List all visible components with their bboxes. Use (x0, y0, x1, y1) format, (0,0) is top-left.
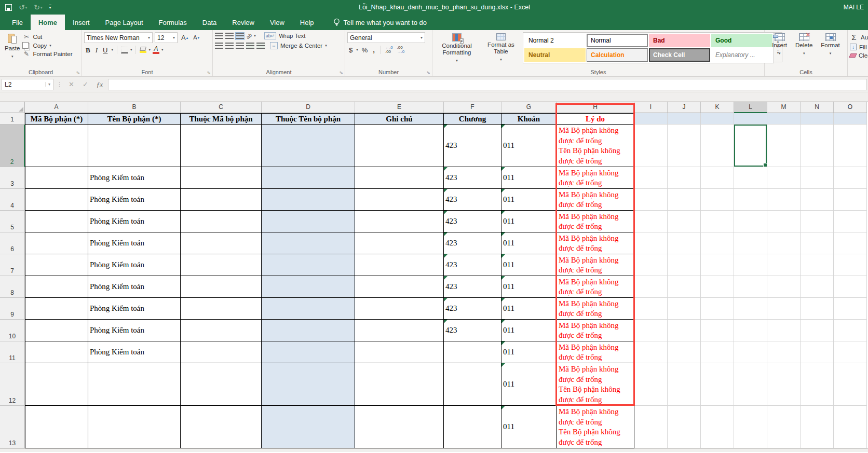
cell-M3[interactable] (767, 167, 801, 189)
name-box-dropdown-icon[interactable]: ▾ (45, 82, 50, 87)
cell-D12[interactable] (262, 363, 355, 406)
cell-B3[interactable]: Phòng Kiểm toán (88, 167, 181, 189)
cell-B12[interactable] (88, 363, 181, 406)
cell-N2[interactable] (801, 125, 834, 167)
cell-F7[interactable]: 423 (444, 254, 501, 276)
cell-L4[interactable] (734, 189, 767, 211)
row-header-11[interactable]: 11 (0, 341, 25, 363)
cell-O10[interactable] (834, 320, 867, 341)
cell-H10[interactable]: Mã Bộ phận không được để trống (557, 320, 634, 341)
cell-F3[interactable]: 423 (444, 167, 501, 189)
cell-G9[interactable]: 011 (501, 298, 557, 320)
cell-C2[interactable] (181, 125, 262, 167)
cell-B9[interactable]: Phòng Kiểm toán (88, 298, 181, 320)
cell-B8[interactable]: Phòng Kiểm toán (88, 276, 181, 298)
cell-H13[interactable]: Mã Bộ phận không được để trống Tên Bộ ph… (557, 406, 634, 448)
cell-D7[interactable] (262, 254, 355, 276)
cell-H11[interactable]: Mã Bộ phận không được để trống (557, 341, 634, 363)
cell-D13[interactable] (262, 406, 355, 448)
cell-E5[interactable] (355, 211, 444, 232)
cell-E4[interactable] (355, 189, 444, 211)
cell-C12[interactable] (181, 363, 262, 406)
cell-H6[interactable]: Mã Bộ phận không được để trống (557, 232, 634, 254)
cell-G11[interactable]: 011 (501, 341, 557, 363)
row-header-4[interactable]: 4 (0, 189, 25, 211)
grow-font-icon[interactable]: A▴ (180, 34, 189, 42)
cell-E11[interactable] (355, 341, 444, 363)
cell-G6[interactable]: 011 (501, 232, 557, 254)
cell-G13[interactable]: 011 (501, 406, 557, 448)
cell-I6[interactable] (634, 232, 668, 254)
cell-D2[interactable] (262, 125, 355, 167)
bottom-scrollbar-area[interactable] (0, 448, 868, 452)
font-color-icon[interactable]: A (153, 46, 159, 54)
row-header-9[interactable]: 9 (0, 298, 25, 320)
cell-L5[interactable] (734, 211, 767, 232)
cell-A9[interactable] (25, 298, 88, 320)
cell-M1[interactable] (767, 113, 801, 125)
cell-N12[interactable] (801, 363, 834, 406)
tab-formulas[interactable]: Formulas (151, 15, 195, 30)
cell-A3[interactable] (25, 167, 88, 189)
fill-button[interactable]: ↓Fill▾ (850, 44, 868, 50)
cell-F8[interactable]: 423 (444, 276, 501, 298)
borders-dropdown-icon[interactable]: ▾ (130, 48, 132, 52)
cell-B4[interactable]: Phòng Kiểm toán (88, 189, 181, 211)
column-header-n[interactable]: N (801, 102, 834, 113)
cell-G8[interactable]: 011 (501, 276, 557, 298)
cell-K2[interactable] (701, 125, 734, 167)
cell-F9[interactable]: 423 (444, 298, 501, 320)
number-dialog-launcher-icon[interactable]: ⇘ (426, 70, 430, 75)
style-neutral[interactable]: Neutral (524, 48, 586, 62)
cell-F11[interactable] (444, 341, 501, 363)
cell-J2[interactable] (668, 125, 701, 167)
column-header-a[interactable]: A (25, 102, 88, 113)
clear-button[interactable]: Clear▾ (850, 52, 868, 59)
align-bottom-icon[interactable] (236, 33, 244, 39)
cell-C4[interactable] (181, 189, 262, 211)
cell-B13[interactable] (88, 406, 181, 448)
cell-E13[interactable] (355, 406, 444, 448)
row-header-5[interactable]: 5 (0, 211, 25, 232)
cell-B1[interactable]: Tên Bộ phận (*) (88, 113, 181, 125)
cell-A11[interactable] (25, 341, 88, 363)
underline-button[interactable]: U (101, 46, 109, 54)
redo-icon[interactable]: ↻▾ (34, 4, 42, 11)
column-header-j[interactable]: J (668, 102, 701, 113)
cell-L9[interactable] (734, 298, 767, 320)
cell-N1[interactable] (801, 113, 834, 125)
cell-O3[interactable] (834, 167, 867, 189)
cell-A8[interactable] (25, 276, 88, 298)
tab-help[interactable]: Help (292, 15, 322, 30)
cell-O11[interactable] (834, 341, 867, 363)
row-header-1[interactable]: 1 (0, 113, 25, 125)
undo-icon[interactable]: ↺▾ (19, 4, 27, 11)
cell-M7[interactable] (767, 254, 801, 276)
cell-A7[interactable] (25, 254, 88, 276)
cell-I12[interactable] (634, 363, 668, 406)
column-header-i[interactable]: I (634, 102, 668, 113)
comma-style-icon[interactable]: , (371, 46, 376, 54)
column-header-g[interactable]: G (501, 102, 557, 113)
cell-J10[interactable] (668, 320, 701, 341)
cell-J4[interactable] (668, 189, 701, 211)
style-normal-2[interactable]: Normal 2 (524, 34, 586, 47)
font-color-dropdown-icon[interactable]: ▾ (161, 48, 164, 52)
cell-M4[interactable] (767, 189, 801, 211)
style-calculation[interactable]: Calculation (587, 48, 648, 62)
font-dialog-launcher-icon[interactable]: ⇘ (207, 70, 211, 75)
font-family-select[interactable]: Times New Roman▾ (84, 32, 153, 43)
tab-home[interactable]: Home (31, 15, 65, 30)
cell-A6[interactable] (25, 232, 88, 254)
cell-E12[interactable] (355, 363, 444, 406)
cell-O9[interactable] (834, 298, 867, 320)
align-right-icon[interactable] (236, 43, 244, 49)
cell-C13[interactable] (181, 406, 262, 448)
cell-K9[interactable] (701, 298, 734, 320)
cell-B2[interactable] (88, 125, 181, 167)
cell-M9[interactable] (767, 298, 801, 320)
cell-N11[interactable] (801, 341, 834, 363)
formula-input[interactable] (108, 79, 867, 90)
decrease-indent-icon[interactable] (246, 43, 254, 49)
style-normal[interactable]: Normal (587, 34, 648, 47)
